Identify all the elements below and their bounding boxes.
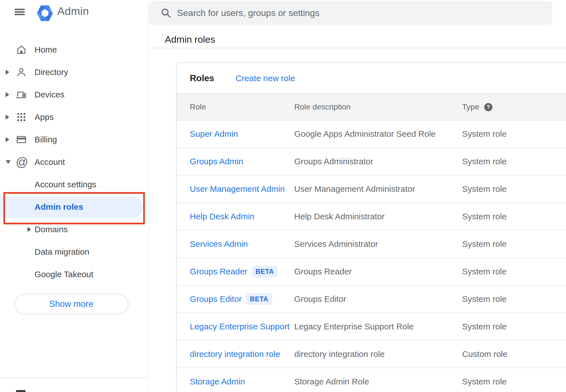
column-header-type-label: Type [462, 102, 479, 111]
roles-panel: Roles Create new role Role Role descript… [176, 62, 566, 392]
role-description-cell: Storage Admin Role [294, 377, 369, 386]
table-row: Help Desk Admin Help Desk Administrator … [177, 203, 566, 231]
sidebar-item-devices[interactable]: Devices [0, 83, 149, 106]
person-icon [16, 67, 27, 78]
devices-icon [16, 89, 27, 100]
show-more-button[interactable]: Show more [14, 294, 129, 314]
role-type-cell: System role [462, 212, 506, 221]
breadcrumb-divider [149, 48, 566, 48]
sidebar-item-label: Devices [35, 90, 65, 99]
table-row: Groups Editor BETA Groups Editor System … [177, 286, 566, 313]
sidebar-item-domains[interactable]: Domains [0, 218, 149, 241]
sidebar-item-account-settings[interactable]: Account settings [0, 173, 149, 196]
role-description-cell: directory integration role [294, 349, 385, 359]
sidebar-item-directory[interactable]: Directory [0, 61, 149, 83]
role-type-cell: System role [462, 377, 506, 386]
role-type-cell: System role [462, 184, 506, 194]
sidebar-item-label: Domains [35, 225, 68, 234]
role-link[interactable]: directory integration role [190, 349, 280, 359]
clipped-bottom-icon [16, 390, 26, 392]
help-icon[interactable]: ? [484, 103, 492, 111]
role-description-cell: Help Desk Administrator [294, 212, 385, 221]
expand-arrow-icon[interactable] [6, 70, 9, 75]
column-header-description: Role description [294, 102, 351, 111]
role-link[interactable]: User Management Admin [190, 184, 285, 194]
table-body: Super Admin Google Apps Administrator Se… [177, 120, 566, 392]
search-icon [161, 8, 171, 18]
sidebar-item-label: Account settings [35, 180, 96, 189]
expand-arrow-icon[interactable] [6, 92, 9, 97]
app-title: Admin [57, 5, 89, 17]
role-type-cell: System role [462, 322, 506, 331]
role-cell: Groups Admin [190, 157, 243, 166]
role-description-cell: Services Administrator [294, 239, 378, 249]
role-cell: directory integration role [190, 349, 280, 359]
table-row: Legacy Enterprise Support Legacy Enterpr… [177, 313, 566, 341]
expand-arrow-icon[interactable] [6, 137, 9, 142]
sidebar-item-label: Directory [35, 67, 68, 77]
home-icon [16, 44, 27, 55]
beta-badge: BETA [252, 266, 278, 277]
role-type-cell: System role [462, 239, 506, 249]
sidebar-item-label: Apps [35, 112, 54, 122]
sidebar-item-label: Account [35, 157, 65, 167]
table-row: Services Admin Services Administrator Sy… [177, 231, 566, 258]
role-cell: Groups Editor BETA [190, 293, 272, 305]
role-description-cell: Google Apps Administrator Seed Role [294, 129, 436, 139]
role-link[interactable]: Legacy Enterprise Support [190, 322, 289, 331]
role-cell: User Management Admin [190, 184, 285, 194]
table-row: Groups Reader BETA Groups Reader System … [177, 258, 566, 286]
sidebar-item-google-takeout[interactable]: Google Takeout [0, 263, 149, 286]
table-row: Storage Admin Storage Admin Role System … [177, 368, 566, 392]
expand-arrow-icon[interactable] [6, 115, 9, 120]
role-cell: Super Admin [190, 129, 238, 139]
sidebar-item-data-migration[interactable]: Data migration [0, 241, 149, 263]
role-description-cell: Groups Reader [294, 267, 352, 276]
sidebar-item-label: Data migration [35, 247, 89, 257]
search-bar[interactable] [149, 1, 552, 25]
role-cell: Services Admin [190, 239, 248, 249]
sidebar-item-account[interactable]: @ Account [0, 151, 149, 173]
sidebar-item-label: Google Takeout [35, 270, 93, 279]
role-type-cell: System role [462, 157, 506, 166]
sidebar-item-apps[interactable]: Apps [0, 106, 149, 128]
role-cell: Legacy Enterprise Support [190, 322, 289, 331]
role-type-cell: Custom role [462, 349, 508, 359]
sidebar-item-home[interactable]: Home [0, 38, 149, 61]
table-row: Super Admin Google Apps Administrator Se… [177, 120, 566, 148]
sidebar-item-label: Admin roles [35, 202, 83, 212]
table-header-row: Role Role description Type ? [177, 94, 566, 120]
role-link[interactable]: Help Desk Admin [190, 212, 254, 221]
role-link[interactable]: Super Admin [190, 129, 238, 139]
role-link[interactable]: Groups Editor [190, 294, 242, 304]
sidebar-item-label: Billing [35, 135, 57, 144]
card-icon [16, 134, 27, 145]
table-row: Groups Admin Groups Administrator System… [177, 148, 566, 176]
role-type-cell: System role [462, 294, 506, 304]
hamburger-menu-icon[interactable] [15, 9, 25, 15]
sidebar-item-admin-roles[interactable]: Admin roles [0, 196, 149, 218]
breadcrumb: Admin roles [165, 34, 215, 45]
expand-arrow-icon[interactable] [28, 227, 31, 232]
role-description-cell: Legacy Enterprise Support Role [294, 322, 414, 331]
sidebar-item-billing[interactable]: Billing [0, 128, 149, 151]
at-icon: @ [16, 156, 27, 168]
collapse-arrow-icon[interactable] [6, 160, 11, 164]
role-link[interactable]: Groups Reader [190, 267, 247, 276]
table-row: directory integration role directory int… [177, 341, 566, 368]
search-input[interactable] [177, 4, 552, 21]
role-link[interactable]: Storage Admin [190, 377, 245, 386]
role-description-cell: Groups Administrator [294, 157, 373, 166]
create-new-role-link[interactable]: Create new role [236, 74, 295, 83]
role-description-cell: Groups Editor [294, 294, 346, 304]
role-link[interactable]: Services Admin [190, 239, 248, 249]
role-type-cell: System role [462, 129, 506, 139]
sidebar: Admin Home Directory Devices Apps Billin… [0, 0, 149, 392]
role-link[interactable]: Groups Admin [190, 157, 243, 166]
table-row: User Management Admin User Management Ad… [177, 176, 566, 203]
sidebar-item-label: Home [35, 45, 57, 54]
brand-area: Admin [0, 0, 149, 26]
role-cell: Groups Reader BETA [190, 266, 278, 277]
beta-badge: BETA [246, 293, 272, 305]
roles-panel-header: Roles Create new role [177, 63, 566, 94]
